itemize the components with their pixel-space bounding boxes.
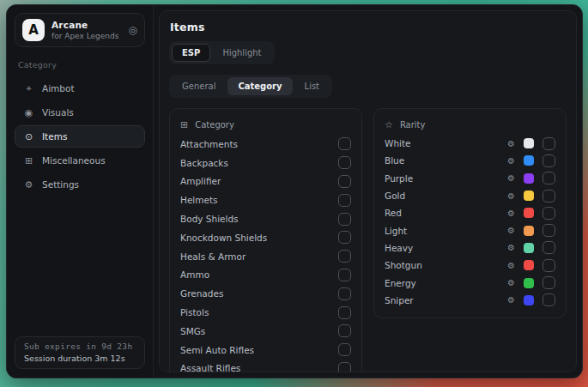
category-checkbox[interactable]: [338, 362, 351, 372]
category-checkbox[interactable]: [338, 213, 351, 226]
sidebar-item[interactable]: ⚙ Settings: [15, 173, 145, 196]
rarity-checkbox[interactable]: [543, 137, 555, 150]
sidebar-section-label: Category: [18, 60, 142, 70]
category-label: Ammo: [180, 269, 338, 280]
app-window: A Arcane for Apex Legends ◎ Category ⌖ A…: [6, 4, 583, 378]
color-swatch[interactable]: [524, 208, 534, 218]
sidebar-item[interactable]: ⊙ Items: [15, 125, 145, 148]
rarity-row: Shotgun ⚙: [385, 257, 555, 274]
rarity-checkbox[interactable]: [543, 207, 555, 220]
rarity-list: White ⚙ Blue ⚙: [385, 135, 555, 309]
category-checkbox[interactable]: [338, 137, 351, 150]
app-subtitle: for Apex Legends: [52, 32, 122, 40]
category-row: Grenades: [180, 284, 351, 303]
category-label: Semi Auto Rifles: [180, 345, 338, 355]
gear-icon: ⚙: [23, 179, 34, 190]
sidebar-item[interactable]: ⌖ Aimbot: [15, 77, 145, 100]
gear-icon[interactable]: ⚙: [507, 278, 515, 287]
rarity-panel-header: ☆ Rarity: [385, 119, 555, 130]
gear-icon[interactable]: ⚙: [507, 191, 515, 201]
app-logo: A: [22, 19, 45, 41]
main-content: Items ESP Highlight General Category Lis…: [159, 10, 577, 372]
rarity-row: Blue ⚙: [385, 152, 555, 169]
box-icon: ⊙: [23, 131, 34, 142]
color-swatch[interactable]: [524, 278, 534, 288]
rarity-row: Purple ⚙: [385, 170, 555, 187]
category-checkbox[interactable]: [338, 175, 351, 188]
page-title: Items: [170, 21, 567, 33]
color-swatch[interactable]: [524, 173, 534, 184]
gear-icon[interactable]: ⚙: [507, 243, 515, 252]
app-name: Arcane: [52, 20, 122, 30]
rarity-checkbox[interactable]: [543, 154, 555, 167]
rarity-label: Gold: [385, 190, 507, 201]
category-grid-icon: ⊞: [180, 119, 188, 130]
crosshair-icon: ⌖: [23, 83, 34, 94]
sub-expires-text: Sub expires in 9d 23h: [24, 342, 136, 351]
view-tab[interactable]: Category: [227, 77, 292, 95]
category-checkbox[interactable]: [338, 156, 351, 169]
gear-icon[interactable]: ⚙: [507, 295, 515, 305]
category-label: Heals & Armor: [180, 251, 338, 262]
target-icon[interactable]: ◎: [129, 24, 137, 36]
view-tab[interactable]: List: [294, 77, 330, 95]
gear-icon[interactable]: ⚙: [507, 209, 515, 218]
mode-tabs: ESP Highlight: [169, 41, 275, 64]
rarity-checkbox[interactable]: [543, 224, 555, 237]
category-label: Body Shields: [180, 214, 338, 224]
gear-icon[interactable]: ⚙: [507, 139, 515, 148]
rarity-row: Gold ⚙: [385, 187, 555, 204]
session-duration-text: Session duration 3m 12s: [24, 354, 136, 363]
rarity-checkbox[interactable]: [543, 172, 555, 184]
sidebar-item-label: Visuals: [42, 107, 74, 118]
category-row: Knockdown Shields: [180, 228, 351, 247]
gear-icon[interactable]: ⚙: [507, 261, 515, 270]
category-panel: ⊞ Category Attachments Backpacks: [169, 108, 362, 372]
rarity-label: Red: [385, 208, 507, 218]
rarity-checkbox[interactable]: [543, 241, 555, 254]
category-checkbox[interactable]: [338, 287, 351, 300]
mode-tab[interactable]: Highlight: [212, 44, 271, 62]
category-row: Helmets: [180, 190, 351, 209]
rarity-label: White: [385, 138, 507, 148]
gear-icon[interactable]: ⚙: [507, 156, 515, 166]
color-swatch[interactable]: [524, 226, 534, 236]
rarity-checkbox[interactable]: [543, 293, 555, 306]
color-swatch[interactable]: [524, 295, 534, 305]
subscription-info-card: Sub expires in 9d 23h Session duration 3…: [15, 336, 145, 369]
gear-icon[interactable]: ⚙: [507, 226, 515, 235]
mode-tab[interactable]: ESP: [172, 44, 210, 62]
category-checkbox[interactable]: [338, 324, 351, 337]
color-swatch[interactable]: [524, 155, 534, 166]
category-checkbox[interactable]: [338, 231, 351, 244]
gear-icon[interactable]: ⚙: [507, 173, 515, 183]
rarity-checkbox[interactable]: [543, 276, 555, 289]
sidebar-item[interactable]: ◉ Visuals: [15, 101, 145, 124]
view-tab[interactable]: General: [172, 77, 226, 95]
color-swatch[interactable]: [524, 190, 534, 201]
category-label: Amplifier: [180, 176, 338, 186]
rarity-label: Light: [385, 226, 507, 236]
rarity-panel-title: Rarity: [400, 120, 426, 130]
rarity-label: Energy: [385, 278, 507, 288]
category-row: Assault Rifles: [180, 360, 351, 372]
brand-card: A Arcane for Apex Legends ◎: [15, 13, 145, 47]
rarity-row: Energy ⚙: [385, 274, 555, 291]
rarity-label: Blue: [385, 155, 507, 166]
color-swatch[interactable]: [524, 260, 534, 270]
category-label: Assault Rifles: [180, 363, 338, 372]
category-checkbox[interactable]: [338, 194, 351, 207]
category-list: Attachments Backpacks Amplifier: [180, 135, 351, 372]
rarity-checkbox[interactable]: [543, 190, 555, 203]
color-swatch[interactable]: [524, 138, 534, 148]
brand-text: Arcane for Apex Legends: [52, 20, 122, 40]
category-checkbox[interactable]: [338, 269, 351, 281]
category-checkbox[interactable]: [338, 343, 351, 356]
category-checkbox[interactable]: [338, 306, 351, 319]
category-label: Attachments: [180, 139, 338, 149]
sidebar-item[interactable]: ⊞ Miscellaneous: [15, 149, 145, 172]
category-checkbox[interactable]: [338, 250, 351, 263]
rarity-checkbox[interactable]: [543, 259, 555, 272]
category-row: Attachments: [180, 135, 351, 154]
color-swatch[interactable]: [524, 243, 534, 253]
